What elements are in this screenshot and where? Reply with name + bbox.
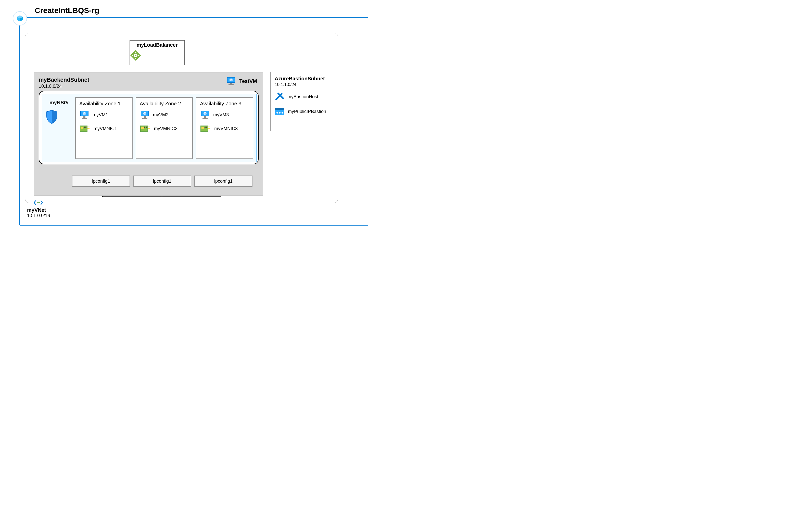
svg-rect-57	[206, 127, 207, 128]
nsg-inner: myNSG Availability Zone 1	[42, 94, 257, 162]
load-balancer-box: myLoadBalancer	[129, 40, 185, 65]
load-balancer-icon	[130, 49, 184, 61]
svg-rect-25	[81, 127, 83, 129]
az1-title: Availability Zone 1	[79, 101, 128, 107]
svg-point-5	[39, 202, 40, 203]
az3-vm-label: myVM3	[213, 112, 229, 118]
az1-nic-label: myVMNIC1	[94, 126, 117, 131]
bastion-host: myBastionHost	[274, 92, 331, 101]
svg-rect-56	[205, 127, 206, 128]
svg-rect-22	[82, 118, 87, 119]
vm-icon	[200, 110, 210, 119]
az1-nic: myVMNIC1	[79, 124, 128, 133]
svg-rect-40	[141, 127, 144, 129]
nic-icon	[200, 124, 211, 133]
az3-title: Availability Zone 3	[200, 101, 249, 107]
az2-vm: myVM2	[140, 110, 189, 119]
az3-vm: myVM3	[200, 110, 249, 119]
ipconfig-3: ipconfig1	[194, 176, 253, 187]
az2-nic-label: myVMNIC2	[154, 126, 177, 131]
shield-icon	[46, 110, 72, 124]
svg-rect-37	[142, 118, 147, 119]
svg-rect-45	[148, 130, 150, 130]
availability-zones: Availability Zone 1	[75, 94, 256, 162]
svg-rect-58	[208, 127, 210, 127]
resource-group-title: CreateIntLBQS-rg	[35, 6, 99, 15]
svg-rect-60	[208, 130, 210, 130]
availability-zone-1: Availability Zone 1	[75, 97, 133, 159]
public-ip-icon	[274, 107, 285, 116]
nsg-name: myNSG	[46, 100, 72, 106]
svg-point-64	[279, 112, 281, 114]
svg-rect-36	[144, 116, 146, 118]
connector-horizontal	[102, 197, 221, 197]
svg-point-65	[282, 112, 283, 114]
svg-rect-55	[201, 127, 204, 129]
svg-rect-21	[83, 116, 86, 118]
svg-point-63	[277, 112, 278, 114]
vm-icon	[140, 110, 150, 119]
az3-nic-label: myVMNIC3	[214, 126, 238, 131]
test-vm-label: TestVM	[239, 78, 257, 84]
availability-zone-3: Availability Zone 3	[196, 97, 253, 159]
nic-icon	[140, 124, 151, 133]
resource-group-icon	[13, 11, 27, 25]
ipconfig-row: ipconfig1 ipconfig1 ipconfig1	[72, 176, 253, 187]
vnet-label: myVNet 10.1.0.0/16	[27, 207, 50, 219]
availability-zone-2: Availability Zone 2	[136, 97, 193, 159]
svg-rect-30	[88, 130, 90, 130]
load-balancer-label: myLoadBalancer	[130, 42, 184, 48]
svg-rect-51	[204, 116, 206, 118]
az1-vm: myVM1	[79, 110, 128, 119]
svg-rect-29	[88, 128, 90, 129]
ipconfig-2: ipconfig1	[133, 176, 191, 187]
vm-icon	[79, 110, 90, 119]
svg-rect-14	[230, 83, 232, 84]
az2-nic: myVMNIC2	[140, 124, 189, 133]
svg-rect-62	[275, 108, 284, 110]
bastion-subnet-box: AzureBastionSubnet 10.1.1.0/24 myBastion…	[270, 72, 335, 131]
svg-rect-28	[88, 127, 90, 127]
bastion-icon	[274, 92, 284, 101]
test-vm: TestVM	[226, 76, 257, 86]
backend-subnet-cidr: 10.1.0.0/24	[39, 84, 258, 89]
bastion-public-ip-label: myPublicIPBastion	[288, 109, 326, 114]
az2-title: Availability Zone 2	[140, 101, 189, 107]
svg-point-8	[135, 54, 137, 56]
vnet-cidr: 10.1.0.0/16	[27, 213, 50, 219]
backend-subnet-name: myBackendSubnet	[39, 76, 258, 83]
nsg-label-block: myNSG	[42, 94, 75, 162]
nsg-area: myNSG Availability Zone 1	[39, 91, 259, 164]
az3-nic: myVMNIC3	[200, 124, 249, 133]
svg-rect-52	[202, 118, 208, 119]
svg-rect-41	[144, 127, 145, 128]
svg-rect-42	[146, 127, 147, 128]
diagram-canvas: CreateIntLBQS-rg myVNet 10.1.0.0/16 myLo…	[5, 5, 372, 240]
bastion-subnet-name: AzureBastionSubnet	[274, 76, 331, 82]
svg-rect-59	[208, 128, 210, 129]
svg-rect-27	[86, 127, 87, 128]
svg-point-4	[38, 202, 39, 203]
ipconfig-1: ipconfig1	[72, 176, 130, 187]
svg-rect-43	[148, 127, 150, 127]
vnet-name: myVNet	[27, 207, 50, 213]
nic-icon	[79, 124, 91, 133]
svg-rect-26	[84, 127, 85, 128]
vnet-icon	[34, 199, 43, 206]
az2-vm-label: myVM2	[153, 112, 169, 118]
svg-rect-15	[229, 84, 234, 85]
vm-icon	[226, 76, 236, 86]
backend-subnet-box: myBackendSubnet 10.1.0.0/24 TestVM myN	[34, 72, 263, 196]
bastion-public-ip: myPublicIPBastion	[274, 107, 331, 116]
svg-point-3	[37, 202, 38, 203]
bastion-host-label: myBastionHost	[287, 94, 318, 99]
az1-vm-label: myVM1	[93, 112, 108, 118]
bastion-subnet-cidr: 10.1.1.0/24	[274, 82, 331, 87]
svg-rect-44	[148, 128, 150, 129]
